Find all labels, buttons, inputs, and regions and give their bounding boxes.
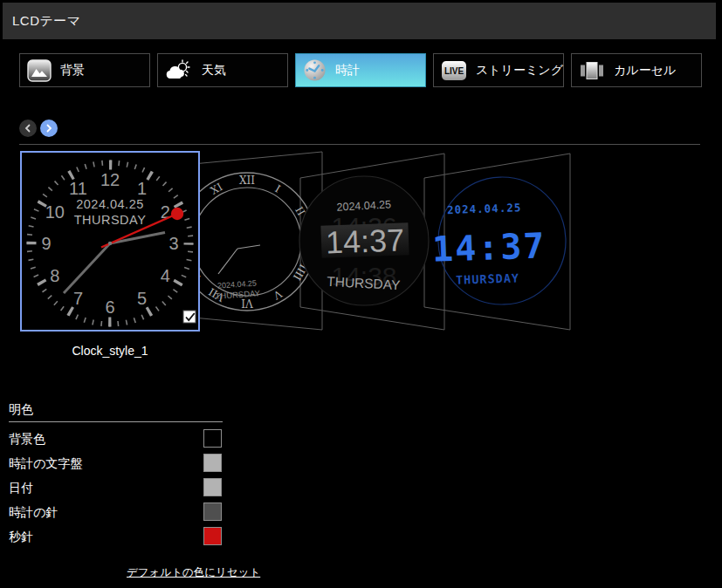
- clock-style-3-preview[interactable]: 2024.04.25 14:36 14:38 14:37 THURSDAY: [299, 176, 429, 305]
- tab-clock[interactable]: 時計: [295, 53, 426, 87]
- carousel-prev-button[interactable]: [19, 120, 37, 137]
- clock-date: 2024.04.25: [76, 197, 144, 211]
- svg-text:THURSDAY: THURSDAY: [215, 288, 261, 301]
- background-color-swatch[interactable]: [203, 429, 222, 448]
- clock-hands-color-swatch[interactable]: [203, 503, 222, 521]
- clock-style-2-preview[interactable]: XII I II III IIII V VI VII VIII IX X XI …: [200, 173, 316, 311]
- color-row-hands: 時計の針: [9, 501, 223, 525]
- svg-text:XII: XII: [239, 174, 255, 187]
- minute-hand: [64, 243, 110, 293]
- tab-label: ストリーミング: [476, 63, 563, 79]
- tab-background[interactable]: 背景: [19, 53, 150, 87]
- color-row-second-hand: 秒針: [9, 525, 223, 550]
- svg-text:12: 12: [100, 170, 120, 189]
- svg-text:1: 1: [137, 179, 147, 198]
- clock-icon: [303, 58, 327, 82]
- clock-face-color-swatch[interactable]: [203, 454, 222, 472]
- color-row-label: 背景色: [9, 427, 45, 450]
- color-row-label: 日付: [9, 476, 33, 499]
- clock-style-1-preview[interactable]: 12 1 2 3 4 5 6 7 8 9 10 11 2024.04.25 TH…: [20, 151, 200, 332]
- svg-text:I: I: [272, 182, 282, 195]
- chevron-left-icon: [24, 124, 32, 133]
- svg-text:14:37: 14:37: [325, 222, 404, 260]
- clock-style-4-preview[interactable]: 2024.04.25 14:37 THURSDAY: [430, 174, 567, 306]
- color-section-divider: [9, 421, 223, 422]
- svg-text:7: 7: [73, 289, 83, 308]
- svg-text:LIVE: LIVE: [444, 66, 464, 76]
- svg-text:14:37: 14:37: [431, 225, 547, 270]
- color-row-background: 背景色: [9, 427, 223, 452]
- weather-icon: [165, 58, 193, 83]
- title-bar: LCDテーマ: [3, 3, 716, 39]
- live-icon: LIVE: [441, 59, 467, 82]
- svg-text:6: 6: [105, 297, 114, 317]
- style-selected-checkbox[interactable]: [183, 311, 196, 323]
- svg-text:THURSDAY: THURSDAY: [456, 270, 520, 287]
- svg-text:8: 8: [50, 266, 59, 285]
- svg-text:2024.04.25: 2024.04.25: [447, 201, 522, 216]
- svg-text:10: 10: [45, 202, 65, 222]
- chevron-right-icon: [45, 124, 53, 133]
- lcd-theme-window: LCDテーマ 背景 天気: [0, 0, 722, 588]
- page-title: LCDテーマ: [3, 13, 81, 30]
- tab-streaming[interactable]: LIVE ストリーミング: [433, 53, 564, 87]
- date-color-swatch[interactable]: [203, 478, 222, 496]
- clock-weekday: THURSDAY: [74, 213, 147, 227]
- separator-line: [19, 144, 700, 145]
- reset-default-colors-link[interactable]: デフォルトの色にリセット: [127, 565, 260, 580]
- svg-text:11: 11: [69, 179, 87, 198]
- tab-label: カルーセル: [614, 63, 676, 79]
- image-icon: [27, 59, 52, 82]
- color-row-date: 日付: [9, 476, 223, 501]
- second-hand-color-swatch[interactable]: [203, 527, 222, 545]
- color-row-label: 時計の文字盤: [9, 452, 82, 475]
- color-row-label: 秒針: [9, 525, 33, 548]
- tab-label: 天気: [202, 63, 226, 79]
- analog-clock-graphic: 12 1 2 3 4 5 6 7 8 9 10 11 2024.04.25 TH…: [22, 153, 198, 330]
- tab-weather[interactable]: 天気: [157, 53, 288, 87]
- carousel-icon: [579, 59, 605, 82]
- svg-text:9: 9: [41, 234, 51, 253]
- hour-hand: [110, 233, 165, 244]
- color-row-label: 時計の針: [9, 501, 58, 523]
- tab-carousel[interactable]: カルーセル: [571, 53, 702, 87]
- svg-text:3: 3: [168, 234, 178, 253]
- tab-label: 時計: [335, 63, 360, 79]
- carousel-next-button[interactable]: [40, 120, 58, 137]
- color-row-clock-face: 時計の文字盤: [9, 452, 223, 476]
- svg-text:5: 5: [137, 289, 147, 308]
- color-section-heading: 明色: [9, 402, 33, 418]
- clock-style-name: Clock_style_1: [20, 344, 200, 358]
- clock-styles-carousel: XII I II III IIII V VI VII VIII IX X XI …: [200, 147, 707, 336]
- svg-text:4: 4: [161, 266, 170, 285]
- tab-label: 背景: [60, 63, 85, 79]
